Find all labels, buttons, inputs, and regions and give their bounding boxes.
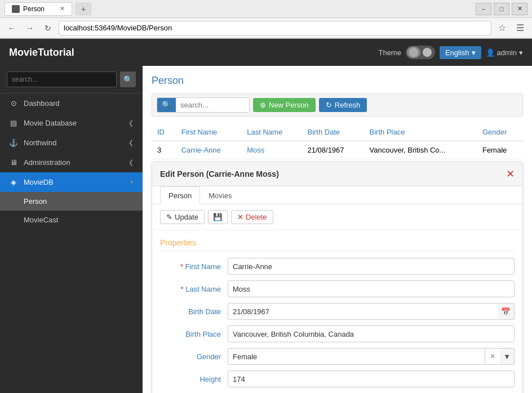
toolbar-search-input[interactable] [176,98,249,112]
new-person-icon: ⊕ [260,101,266,109]
gender-select[interactable]: Female Male [228,348,485,365]
gender-clear-button[interactable]: ✕ [485,348,500,365]
last-name-input[interactable] [228,280,515,297]
language-label: English [445,48,469,57]
maximize-button[interactable]: □ [494,3,509,15]
delete-button[interactable]: ✕ Delete [231,210,273,224]
first-name-input[interactable] [228,258,515,275]
update-icon: ✎ [166,213,172,221]
tab-favicon [12,5,20,13]
movie-database-icon: ▤ [9,119,18,127]
cell-first-name: Carrie-Anne [176,141,242,159]
cell-last-name: Moss [241,141,302,159]
form-row-first-name: First Name [160,258,515,275]
tab-close-icon[interactable]: ✕ [60,5,65,12]
form-row-birth-date: Birth Date 📅 [160,303,515,320]
new-tab-button[interactable]: + [76,3,91,15]
save-icon-button[interactable]: 💾 [208,210,228,224]
form-row-gender: Gender Female Male ✕ ▼ [160,348,515,365]
tab-title: Person [23,5,45,13]
new-person-button[interactable]: ⊕ New Person [253,98,316,112]
administration-icon: 🖥 [9,158,18,167]
calendar-icon-button[interactable]: 📅 [498,303,515,320]
sidebar-search-area: 🔍 [0,66,143,93]
height-label: Height [160,375,228,383]
refresh-label: Refresh [335,101,361,109]
gender-dropdown-button[interactable]: ▼ [500,348,515,365]
search-icon: 🔍 [123,75,133,84]
col-last-name: Last Name [241,123,302,141]
moviedb-arrow: ▾ [130,178,134,186]
theme-label: Theme [378,48,401,57]
reload-button[interactable]: ↻ [41,21,55,35]
cell-gender: Female [477,141,523,159]
last-name-label: Last Name [160,285,228,293]
calendar-icon: 📅 [501,307,511,316]
birth-date-label: Birth Date [160,307,228,316]
forward-button[interactable]: → [23,21,37,35]
gender-select-wrapper: Female Male ✕ ▼ [228,348,515,365]
sidebar-subitem-person[interactable]: Person [0,192,143,211]
movie-database-arrow: ❮ [128,119,134,127]
birth-date-wrapper: 📅 [228,303,515,320]
minimize-button[interactable]: − [476,3,491,15]
main-toolbar: 🔍 ⊕ New Person ↻ Refresh [152,93,523,117]
birth-place-input[interactable] [228,325,515,342]
last-name-link[interactable]: Moss [247,146,264,154]
col-id: ID [152,123,176,141]
sidebar-item-dashboard[interactable]: ⊙ Dashboard [0,93,143,113]
cell-birth-date: 21/08/1967 [302,141,363,159]
height-input[interactable] [228,370,515,387]
edit-panel-header: Edit Person (Carrie-Anne Moss) ✕ [152,162,522,186]
theme-light-option[interactable] [420,47,434,58]
edit-panel: Edit Person (Carrie-Anne Moss) ✕ Person … [152,162,523,393]
admin-dropdown-icon: ▾ [519,48,523,57]
page-title: Person [152,75,523,87]
gender-label: Gender [160,352,228,361]
theme-dark-option[interactable] [407,47,420,58]
bookmark-icon[interactable]: ☆ [495,21,509,35]
search-wrapper: 🔍 [157,97,250,113]
browser-toolbar: ← → ↻ ☆ ☰ [0,18,532,38]
language-button[interactable]: English ▾ [440,46,481,59]
sidebar-item-movie-database[interactable]: ▤ Movie Database ❮ [0,113,143,133]
admin-menu[interactable]: 👤 admin ▾ [486,48,523,57]
moviedb-icon: ◈ [9,178,18,186]
admin-user-icon: 👤 [486,48,495,57]
refresh-icon: ↻ [326,101,332,109]
wm-buttons: − □ ✕ [476,3,527,15]
sidebar-item-moviedb[interactable]: ◈ MovieDB ▾ [0,172,143,192]
sidebar-label-administration: Administration [24,158,123,167]
theme-dark-circle [409,48,418,57]
refresh-button[interactable]: ↻ Refresh [319,98,367,112]
app-wrapper: MovieTutorial Theme English ▾ 👤 admin ▾ [0,39,532,393]
back-button[interactable]: ← [5,21,19,35]
sidebar-item-administration[interactable]: 🖥 Administration ❮ [0,153,143,172]
menu-icon[interactable]: ☰ [513,21,527,35]
table-row[interactable]: 3 Carrie-Anne Moss 21/08/1967 Vancouver,… [152,141,523,159]
tab-movies[interactable]: Movies [200,186,240,204]
window-close-button[interactable]: ✕ [512,3,527,15]
theme-toggle[interactable] [406,46,435,59]
birth-date-input[interactable] [228,303,498,320]
browser-tab[interactable]: Person ✕ [5,2,72,16]
edit-tabs: Person Movies [152,186,522,204]
sidebar-item-northwind[interactable]: ⚓ Northwind ❮ [0,133,143,153]
sidebar-label-movie-database: Movie Database [24,119,123,127]
sidebar-search-button[interactable]: 🔍 [120,72,136,87]
app-title: MovieTutorial [9,47,369,59]
toolbar-search-button[interactable]: 🔍 [157,98,176,112]
person-table: ID First Name Last Name Birth Date Birth… [152,123,523,159]
url-bar[interactable] [59,21,491,35]
form-row-birth-place: Birth Place [160,325,515,342]
update-button[interactable]: ✎ Update [160,210,205,224]
first-name-link[interactable]: Carrie-Anne [181,146,221,154]
edit-panel-close-button[interactable]: ✕ [506,168,515,180]
sidebar-subitem-moviecast[interactable]: MovieCast [0,211,143,229]
sidebar-label-northwind: Northwind [24,139,123,147]
tab-person[interactable]: Person [160,186,200,204]
sidebar-search-input[interactable] [7,72,117,87]
northwind-arrow: ❮ [128,139,134,146]
sidebar-subitem-moviecast-label: MovieCast [24,216,58,224]
delete-label: Delete [246,213,267,221]
